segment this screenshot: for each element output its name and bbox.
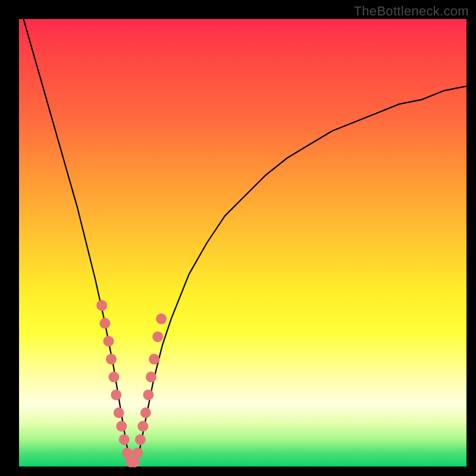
marker-dot: [114, 408, 124, 418]
marker-dot: [96, 300, 107, 311]
chart-svg: [19, 19, 466, 466]
marker-dot: [140, 408, 151, 418]
watermark-text: TheBottleneck.com: [354, 4, 469, 19]
marker-dot: [132, 447, 143, 458]
marker-dot: [156, 314, 167, 324]
marker-dot: [103, 336, 114, 346]
marker-dot: [135, 434, 146, 445]
bottleneck-curve: [24, 19, 466, 462]
marker-dot: [108, 372, 119, 383]
marker-dot: [99, 318, 110, 328]
marker-dot: [116, 421, 127, 431]
marker-group: [96, 300, 167, 467]
plot-area: [19, 19, 466, 466]
marker-dot: [111, 390, 121, 400]
marker-dot: [152, 331, 163, 342]
marker-dot: [146, 372, 156, 383]
marker-dot: [149, 354, 159, 365]
marker-dot: [119, 434, 130, 445]
marker-dot: [143, 390, 154, 400]
chart-frame: TheBottleneck.com: [0, 0, 476, 476]
marker-dot: [137, 421, 148, 431]
marker-dot: [106, 354, 117, 365]
